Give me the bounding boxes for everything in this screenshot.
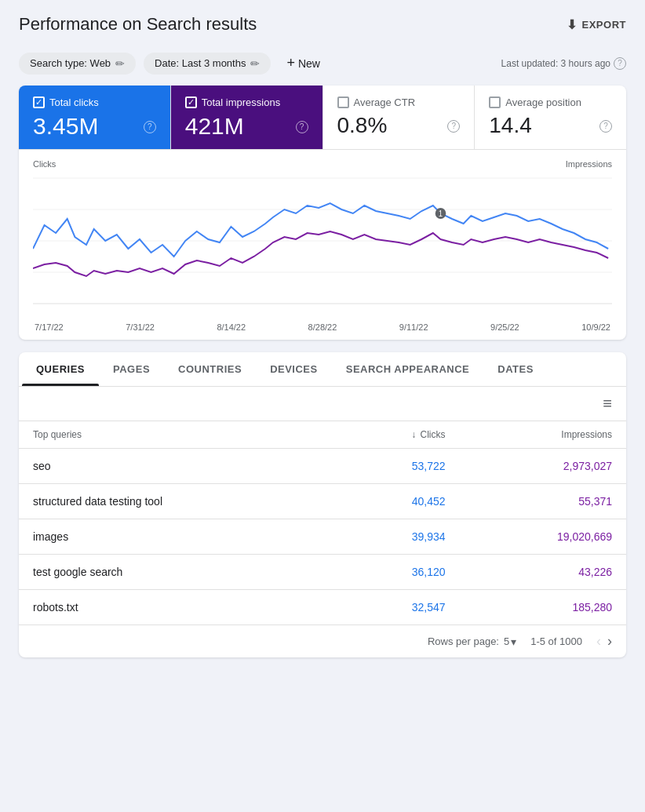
cell-impressions: 185,280 <box>460 590 626 625</box>
average-position-checkbox[interactable] <box>489 96 501 108</box>
export-label: EXPORT <box>582 19 626 31</box>
right-axis-label: Impressions <box>566 159 612 169</box>
rows-per-page-value: 5 <box>504 635 509 647</box>
filter-row: ≡ <box>19 387 626 421</box>
cell-clicks: 40,452 <box>335 484 460 519</box>
total-impressions-help-icon[interactable]: ? <box>296 121 308 133</box>
cell-impressions: 55,371 <box>460 484 626 519</box>
table-row: structured data testing tool40,45255,371 <box>19 484 626 519</box>
last-updated: Last updated: 3 hours ago ? <box>501 57 626 70</box>
pagination-info: 1-5 of 1000 <box>530 635 582 647</box>
cell-query: robots.txt <box>19 590 335 625</box>
table-row: images39,93419,020,669 <box>19 519 626 555</box>
date-filter[interactable]: Date: Last 3 months ✏ <box>144 53 271 75</box>
rows-per-page-select[interactable]: 5 ▾ <box>504 635 516 648</box>
cell-query: images <box>19 519 335 555</box>
edit-icon: ✏ <box>250 57 260 70</box>
page-title: Performance on Search results <box>19 14 257 35</box>
rows-per-page-label: Rows per page: <box>428 635 499 647</box>
x-label-5: 9/25/22 <box>490 322 519 332</box>
rows-per-page: Rows per page: 5 ▾ <box>428 635 516 648</box>
table-header-row: Top queries ↓ Clicks Impressions <box>19 421 626 449</box>
total-impressions-checkbox[interactable]: ✓ <box>185 96 197 108</box>
col-clicks: ↓ Clicks <box>335 421 460 449</box>
table-row: test google search36,12043,226 <box>19 555 626 590</box>
metric-average-ctr[interactable]: Average CTR 0.8% ? <box>323 86 476 149</box>
new-button[interactable]: + New <box>279 52 328 75</box>
x-label-2: 8/14/22 <box>217 322 246 332</box>
average-ctr-help-icon[interactable]: ? <box>447 120 460 133</box>
x-label-1: 7/31/22 <box>126 322 155 332</box>
metric-average-position[interactable]: Average position 14.4 ? <box>475 86 626 149</box>
cell-clicks: 32,547 <box>335 590 460 625</box>
tab-queries[interactable]: QUERIES <box>22 352 99 386</box>
cell-query: seo <box>19 449 335 484</box>
x-label-3: 8/28/22 <box>308 322 337 332</box>
metric-help: ? <box>144 119 156 133</box>
next-page-button[interactable]: › <box>607 633 612 650</box>
date-label: Date: Last 3 months <box>155 57 246 69</box>
tab-dates[interactable]: DATES <box>483 352 548 386</box>
cell-impressions: 2,973,027 <box>460 449 626 484</box>
cell-query: test google search <box>19 555 335 590</box>
metrics-row: ✓ Total clicks 3.45M ? ✓ Total impressio… <box>19 86 626 150</box>
total-impressions-value: 421M <box>185 113 244 140</box>
metric-total-clicks[interactable]: ✓ Total clicks 3.45M ? <box>19 86 171 149</box>
plus-icon: + <box>286 55 295 71</box>
total-clicks-help-icon[interactable]: ? <box>144 121 156 133</box>
cell-impressions: 19,020,669 <box>460 519 626 555</box>
average-ctr-label: Average CTR <box>354 96 416 108</box>
page-header: Performance on Search results ⬇ EXPORT <box>0 0 645 46</box>
chart-area: Clicks Impressions 60K 40K 20K 0 7.5M 5M… <box>19 150 626 340</box>
table-body: seo53,7222,973,027structured data testin… <box>19 449 626 625</box>
average-position-value: 14.4 <box>489 113 532 138</box>
cell-clicks: 36,120 <box>335 555 460 590</box>
toolbar: Search type: Web ✏ Date: Last 3 months ✏… <box>0 46 645 86</box>
cell-query: structured data testing tool <box>19 484 335 519</box>
tab-pages[interactable]: PAGES <box>99 352 164 386</box>
table-row: seo53,7222,973,027 <box>19 449 626 484</box>
average-position-help-icon[interactable]: ? <box>599 120 612 133</box>
tabs-bar: QUERIES PAGES COUNTRIES DEVICES SEARCH A… <box>19 352 626 387</box>
metrics-chart-section: ✓ Total clicks 3.45M ? ✓ Total impressio… <box>19 86 626 340</box>
total-clicks-checkbox[interactable]: ✓ <box>33 96 45 108</box>
export-icon: ⬇ <box>567 17 578 32</box>
dropdown-icon: ▾ <box>511 635 516 648</box>
new-label: New <box>298 57 320 70</box>
last-updated-help-icon[interactable]: ? <box>614 57 626 70</box>
average-ctr-checkbox[interactable] <box>337 96 349 108</box>
prev-page-button[interactable]: ‹ <box>596 633 601 650</box>
export-button[interactable]: ⬇ EXPORT <box>567 17 626 32</box>
edit-icon: ✏ <box>115 57 125 70</box>
tab-search-appearance[interactable]: SEARCH APPEARANCE <box>332 352 484 386</box>
chart-svg: 60K 40K 20K 0 7.5M 5M 2.5M 0 1 <box>33 170 612 319</box>
cell-impressions: 43,226 <box>460 555 626 590</box>
total-clicks-label: Total clicks <box>49 96 99 108</box>
left-axis-label: Clicks <box>33 159 56 169</box>
total-clicks-value: 3.45M <box>33 113 98 140</box>
x-label-4: 9/11/22 <box>399 322 428 332</box>
metric-total-impressions[interactable]: ✓ Total impressions 421M ? <box>171 86 323 149</box>
average-position-label: Average position <box>505 96 581 108</box>
search-type-filter[interactable]: Search type: Web ✏ <box>19 53 136 75</box>
chart-axis-labels: Clicks Impressions <box>33 159 612 169</box>
queries-table: Top queries ↓ Clicks Impressions seo53,7… <box>19 421 626 624</box>
x-label-6: 10/9/22 <box>581 322 610 332</box>
svg-text:1: 1 <box>439 209 443 218</box>
tab-countries[interactable]: COUNTRIES <box>164 352 256 386</box>
pagination-nav: ‹ › <box>596 633 612 650</box>
tab-devices[interactable]: DEVICES <box>256 352 332 386</box>
table-row: robots.txt32,547185,280 <box>19 590 626 625</box>
cell-clicks: 53,722 <box>335 449 460 484</box>
table-section: QUERIES PAGES COUNTRIES DEVICES SEARCH A… <box>19 352 626 657</box>
sort-down-icon: ↓ <box>411 429 416 440</box>
cell-clicks: 39,934 <box>335 519 460 555</box>
col-query: Top queries <box>19 421 335 449</box>
search-type-label: Search type: Web <box>30 57 111 69</box>
filter-icon-button[interactable]: ≡ <box>603 395 612 413</box>
pagination-row: Rows per page: 5 ▾ 1-5 of 1000 ‹ › <box>19 624 626 657</box>
col-impressions: Impressions <box>460 421 626 449</box>
average-ctr-value: 0.8% <box>337 113 388 138</box>
chart-container: 60K 40K 20K 0 7.5M 5M 2.5M 0 1 <box>33 170 612 319</box>
chart-x-labels: 7/17/22 7/31/22 8/14/22 8/28/22 9/11/22 … <box>33 322 612 332</box>
